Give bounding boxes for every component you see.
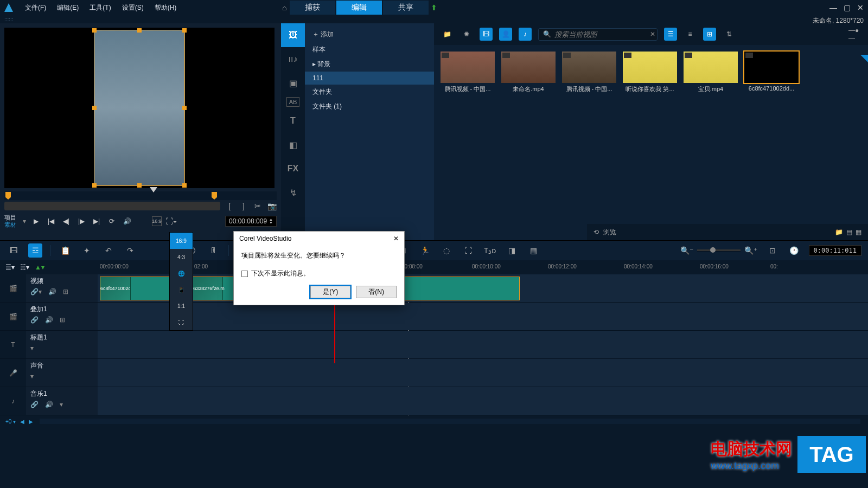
media-tab-icon[interactable]: 🖼 xyxy=(281,23,305,47)
play-button[interactable]: ▶ xyxy=(30,216,41,227)
view-detail-icon[interactable]: ≡ xyxy=(684,28,697,41)
import-icon[interactable]: 📁 xyxy=(441,28,454,41)
menu-tools[interactable]: 工具(T) xyxy=(84,3,116,12)
chevron-icon[interactable]: ▾ xyxy=(30,373,34,380)
tools-icon[interactable]: ✦ xyxy=(80,243,94,258)
aspect-opt-4-3[interactable]: 4:3 xyxy=(170,249,193,265)
fx-tab-icon[interactable]: FX xyxy=(281,157,305,181)
cut-icon[interactable]: ✂ xyxy=(253,201,263,211)
home-icon[interactable]: ⌂ xyxy=(279,3,289,12)
expand-icon[interactable]: ⛶▾ xyxy=(166,216,176,226)
thumb-item[interactable]: 宝贝.mp4 xyxy=(684,52,738,93)
loop-button[interactable]: ⟳ xyxy=(106,216,117,227)
redo-icon[interactable]: ↷ xyxy=(123,243,137,258)
tree-item-background[interactable]: ▸ 背景 xyxy=(305,57,434,72)
goto-end-button[interactable]: ▶| xyxy=(91,216,102,227)
mode-clip[interactable]: 素材 xyxy=(4,221,16,228)
aspect-opt-portrait[interactable]: 📱 xyxy=(170,281,193,298)
track-add-icon[interactable]: ☵▾ xyxy=(20,264,29,271)
handle-r[interactable] xyxy=(182,106,187,110)
track-icon[interactable]: 🎬 xyxy=(0,274,26,302)
aspect-opt-1-1[interactable]: 1:1 xyxy=(170,298,193,314)
panel-layout1-icon[interactable]: ▤ xyxy=(846,228,852,236)
search-box[interactable]: 🔍 ✕ xyxy=(538,28,658,41)
aspect-opt-16-9[interactable]: 16:9 xyxy=(170,233,193,249)
fit-icon[interactable]: ⊡ xyxy=(765,243,780,258)
handle-l[interactable] xyxy=(92,106,97,110)
menu-help[interactable]: 帮助(H) xyxy=(149,3,182,12)
chevron-icon[interactable]: ▾ xyxy=(30,344,34,352)
crop-icon[interactable]: ⛶ xyxy=(461,243,475,258)
menu-edit[interactable]: 编辑(E) xyxy=(52,3,84,12)
trim-bar[interactable] xyxy=(4,191,277,200)
prev-frame-button[interactable]: ◀| xyxy=(61,216,72,227)
thumb-item[interactable]: 腾讯视频 - 中国... xyxy=(441,52,495,93)
no-button[interactable]: 否(N) xyxy=(356,286,397,298)
capture-icon[interactable]: ✺ xyxy=(460,28,473,41)
track-icon[interactable]: 🎤 xyxy=(0,359,26,387)
goto-start-button[interactable]: |◀ xyxy=(46,216,56,227)
audio-tab-icon[interactable]: ıı♪ xyxy=(281,47,305,71)
sort-icon[interactable]: ⇅ xyxy=(723,28,736,41)
scroll-right-icon[interactable]: ▶ xyxy=(29,419,33,425)
zoom-slider[interactable] xyxy=(697,249,741,252)
track-menu-icon[interactable]: ☰▾ xyxy=(5,264,15,271)
thumb-item[interactable]: 听说你喜欢我 第... xyxy=(623,52,677,93)
marker-icon[interactable]: ▲▾ xyxy=(35,264,44,271)
track-icon[interactable]: T xyxy=(0,331,26,358)
menu-settings[interactable]: 设置(S) xyxy=(117,3,149,12)
track-lane[interactable] xyxy=(98,331,868,358)
upload-icon[interactable]: ⬆ xyxy=(429,3,439,12)
view-grid-icon[interactable]: ⊞ xyxy=(703,28,716,41)
chevron-icon[interactable]: ▾ xyxy=(60,401,63,408)
mute-icon[interactable]: 🔊 xyxy=(48,288,56,296)
tree-item-111[interactable]: 111 xyxy=(305,72,434,85)
link-icon[interactable]: 🔗▾ xyxy=(30,288,42,296)
track-lane[interactable]: 6c8fc471002ddd 56338276f2e.m xyxy=(98,274,868,302)
handle-b[interactable] xyxy=(137,183,142,188)
track-lane[interactable] xyxy=(98,359,868,387)
3d-title-icon[interactable]: T₃ᴅ xyxy=(483,243,497,258)
zoom-in-icon[interactable]: 🔍⁺ xyxy=(744,243,758,258)
track-icon[interactable]: 🎬 xyxy=(0,303,26,330)
snapshot-icon[interactable]: 📷 xyxy=(267,201,277,211)
handle-tr[interactable] xyxy=(182,28,187,33)
h-scrollbar[interactable] xyxy=(40,419,860,424)
dont-show-checkbox[interactable] xyxy=(241,271,248,277)
tree-item-folder-1[interactable]: 文件夹 (1) xyxy=(305,99,434,114)
next-frame-button[interactable]: |▶ xyxy=(76,216,87,227)
track-icon[interactable]: ♪ xyxy=(0,387,26,415)
selection-box[interactable] xyxy=(94,30,185,186)
preview-canvas[interactable] xyxy=(4,28,275,188)
tab-edit[interactable]: 编辑 xyxy=(336,1,382,15)
handle-tl[interactable] xyxy=(92,28,97,33)
motion-icon[interactable]: 🏃 xyxy=(418,243,432,258)
search-clear-icon[interactable]: ✕ xyxy=(650,30,655,38)
view-list-icon[interactable]: ☰ xyxy=(664,28,677,41)
mark-in-icon[interactable]: [ xyxy=(225,201,234,211)
link-icon[interactable]: 🔗 xyxy=(30,316,39,324)
restore-button[interactable]: ▢ xyxy=(844,3,851,12)
scroll-left-icon[interactable]: ◀ xyxy=(20,419,24,425)
tab-capture[interactable]: 捕获 xyxy=(290,1,335,15)
zoom-out-icon[interactable]: 🔍⁻ xyxy=(680,243,694,258)
browse-label[interactable]: 浏览 xyxy=(603,228,616,237)
search-input[interactable] xyxy=(554,30,647,38)
path-tab-icon[interactable]: ↯ xyxy=(281,181,305,204)
link-icon[interactable]: 🔗 xyxy=(30,401,39,408)
thumb-item[interactable]: 未命名.mp4 xyxy=(501,52,556,93)
filter-video-icon[interactable]: 🎞 xyxy=(480,28,493,41)
menu-file[interactable]: 文件(F) xyxy=(20,3,52,12)
dialog-close-icon[interactable]: ✕ xyxy=(393,235,399,242)
tree-item-sample[interactable]: 样本 xyxy=(305,42,434,57)
close-button[interactable]: ✕ xyxy=(857,3,864,12)
mute-icon[interactable]: 🔊 xyxy=(45,401,53,408)
thumb-item[interactable]: 腾讯视频 - 中国... xyxy=(562,52,616,93)
add-folder-button[interactable]: ＋ 添加 xyxy=(305,27,434,42)
filter-photo-icon[interactable]: 👤 xyxy=(499,28,512,41)
copy-icon[interactable]: 📋 xyxy=(58,243,72,258)
transition-tab-icon[interactable]: ▣ xyxy=(281,71,305,95)
aspect-badge[interactable]: 16:9 xyxy=(152,216,162,226)
mixer-icon[interactable]: 🎚 xyxy=(207,243,221,258)
track-lane[interactable] xyxy=(98,387,868,415)
